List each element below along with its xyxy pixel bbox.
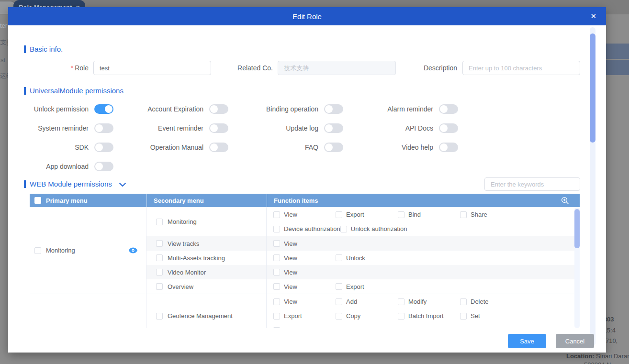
chevron-down-icon[interactable] bbox=[119, 182, 126, 187]
function-item: Delete bbox=[460, 298, 522, 305]
function-item: Add bbox=[336, 298, 398, 305]
function-item: Export bbox=[273, 312, 336, 320]
secondary-menu-cell: Overview bbox=[146, 279, 267, 294]
toggle-switch[interactable] bbox=[209, 123, 228, 133]
function-item-label: View bbox=[284, 269, 297, 276]
checkbox[interactable] bbox=[460, 298, 467, 305]
checkbox[interactable] bbox=[273, 327, 280, 329]
permission-toggle-row: FAQ bbox=[255, 138, 370, 157]
checkbox[interactable] bbox=[156, 283, 163, 290]
toggle-knob bbox=[105, 105, 112, 113]
table-row: Video MonitorView bbox=[146, 265, 580, 279]
toggle-switch[interactable] bbox=[209, 104, 228, 114]
checkbox[interactable] bbox=[336, 254, 342, 261]
checkbox[interactable] bbox=[156, 219, 163, 225]
toggle-label: System reminder bbox=[25, 124, 89, 132]
table-group: Geofence ManagementViewAddModifyDeleteEx… bbox=[30, 294, 580, 328]
function-items-line: Device authorizationUnlock authorization bbox=[273, 222, 580, 236]
checkbox[interactable] bbox=[340, 226, 347, 232]
toggle-knob bbox=[440, 105, 448, 113]
save-button[interactable]: Save bbox=[508, 334, 546, 348]
checkbox[interactable] bbox=[460, 313, 467, 320]
permission-toggle-row: Alarm reminder bbox=[370, 99, 484, 119]
close-icon[interactable]: ✕ bbox=[590, 11, 596, 21]
toggle-knob bbox=[95, 143, 103, 151]
description-input[interactable] bbox=[462, 61, 580, 75]
edit-role-dialog: Edit Role ✕ Basic info. *Role Related Co… bbox=[8, 7, 606, 353]
function-item-label: Set bbox=[471, 312, 480, 320]
secondary-menu-label: Multi-Assets tracking bbox=[168, 254, 225, 262]
checkbox[interactable] bbox=[336, 283, 342, 290]
checkbox[interactable] bbox=[336, 313, 342, 320]
toggle-knob bbox=[210, 143, 218, 151]
function-items-cell: ViewUnlock bbox=[267, 251, 580, 265]
checkbox[interactable] bbox=[273, 283, 280, 290]
toggle-label: App download bbox=[25, 163, 89, 170]
permission-toggle-row: Unlock permission bbox=[25, 99, 140, 119]
checkbox[interactable] bbox=[273, 298, 280, 305]
checkbox[interactable] bbox=[273, 211, 280, 218]
cancel-button[interactable]: Cancel bbox=[556, 334, 594, 348]
checkbox[interactable] bbox=[156, 269, 163, 276]
permission-toggle-row: System reminder bbox=[25, 119, 140, 138]
checkbox[interactable] bbox=[398, 211, 404, 218]
function-item-label: Delete bbox=[471, 298, 489, 305]
toggle-switch[interactable] bbox=[94, 143, 113, 152]
checkbox[interactable] bbox=[336, 211, 342, 218]
checkbox[interactable] bbox=[34, 247, 41, 254]
table-row: Multi-Assets trackingViewUnlock bbox=[146, 251, 580, 265]
eye-icon[interactable] bbox=[129, 247, 137, 255]
role-input[interactable] bbox=[93, 61, 211, 75]
toggle-switch[interactable] bbox=[439, 143, 458, 152]
function-item: Export bbox=[336, 283, 398, 290]
checkbox[interactable] bbox=[398, 313, 404, 320]
checkbox[interactable] bbox=[156, 254, 163, 261]
function-items-cell: ViewExportBindShareDevice authorizationU… bbox=[267, 207, 580, 236]
table-group: MonitoringMonitoringViewExportBindShareD… bbox=[30, 207, 580, 294]
checkbox[interactable] bbox=[398, 298, 404, 305]
checkbox[interactable] bbox=[156, 313, 163, 320]
related-co-label: Related Co. bbox=[206, 61, 273, 75]
function-item-label: Batch Import bbox=[408, 312, 444, 320]
checkbox[interactable] bbox=[273, 226, 280, 232]
function-items-line: ViewUnlock bbox=[273, 251, 580, 265]
toggle-label: Event reminder bbox=[140, 124, 203, 132]
toggle-switch[interactable] bbox=[324, 123, 343, 133]
toggle-knob bbox=[440, 143, 448, 151]
toggle-switch[interactable] bbox=[324, 104, 343, 114]
dialog-scrollbar-thumb[interactable] bbox=[590, 33, 595, 143]
toggle-switch[interactable] bbox=[94, 104, 113, 114]
toggle-switch[interactable] bbox=[94, 162, 113, 171]
table-scrollbar-thumb[interactable] bbox=[574, 209, 580, 248]
checkbox[interactable] bbox=[273, 313, 280, 320]
toggle-switch[interactable] bbox=[94, 123, 113, 133]
related-co-input[interactable] bbox=[278, 61, 396, 75]
background-text: 500804 N bbox=[584, 361, 611, 364]
toggle-switch[interactable] bbox=[439, 123, 458, 133]
function-items-line bbox=[273, 323, 580, 329]
toggle-knob bbox=[210, 105, 218, 113]
checkbox[interactable] bbox=[156, 240, 163, 247]
checkbox[interactable] bbox=[273, 254, 280, 261]
select-all-checkbox[interactable] bbox=[34, 197, 41, 204]
toggle-switch[interactable] bbox=[324, 143, 343, 152]
zoom-in-icon[interactable] bbox=[561, 197, 569, 205]
function-item-label: Export bbox=[346, 211, 364, 218]
function-item: Modify bbox=[398, 298, 460, 305]
function-item-label: View bbox=[284, 254, 297, 262]
toggle-switch[interactable] bbox=[439, 104, 458, 114]
bg-fragment: ter bbox=[0, 22, 7, 29]
function-items-cell: ViewAddModifyDeleteExportCopyBatch Impor… bbox=[267, 294, 580, 328]
checkbox[interactable] bbox=[273, 240, 280, 247]
toggle-switch[interactable] bbox=[209, 143, 228, 152]
checkbox[interactable] bbox=[460, 211, 467, 218]
keywords-search-input[interactable] bbox=[484, 177, 580, 191]
function-item: View bbox=[273, 283, 336, 290]
function-item: Device authorization bbox=[273, 225, 340, 232]
toggle-label: Update log bbox=[255, 124, 318, 132]
checkbox[interactable] bbox=[336, 298, 342, 305]
permission-toggle-row: App download bbox=[25, 157, 140, 176]
checkbox[interactable] bbox=[273, 269, 280, 276]
permission-toggle-row: Video help bbox=[370, 138, 484, 157]
function-items-cell: View bbox=[267, 236, 580, 251]
